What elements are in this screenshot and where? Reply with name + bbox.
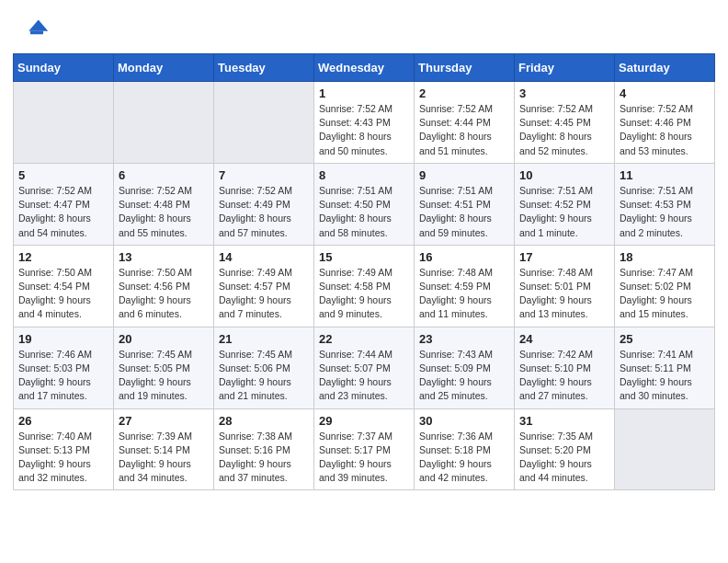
day-info: Sunrise: 7:52 AMSunset: 4:49 PMDaylight:… [219, 184, 309, 240]
day-of-week-friday: Friday [515, 54, 615, 82]
calendar-cell [14, 82, 114, 164]
calendar-cell: 27Sunrise: 7:39 AMSunset: 5:14 PMDayligh… [114, 408, 214, 490]
calendar-body: 1Sunrise: 7:52 AMSunset: 4:43 PMDaylight… [14, 82, 715, 490]
day-number: 25 [620, 332, 710, 346]
svg-marker-0 [28, 20, 48, 31]
day-info: Sunrise: 7:49 AMSunset: 4:57 PMDaylight:… [219, 266, 309, 322]
day-info: Sunrise: 7:35 AMSunset: 5:20 PMDaylight:… [519, 430, 609, 486]
day-number: 20 [119, 332, 209, 346]
day-number: 21 [219, 332, 309, 346]
day-info: Sunrise: 7:49 AMSunset: 4:58 PMDaylight:… [319, 266, 409, 322]
day-of-week-sunday: Sunday [14, 54, 114, 82]
day-of-week-thursday: Thursday [415, 54, 515, 82]
day-number: 10 [519, 168, 609, 182]
day-number: 22 [319, 332, 409, 346]
calendar-cell: 30Sunrise: 7:36 AMSunset: 5:18 PMDayligh… [415, 408, 515, 490]
day-number: 6 [119, 168, 209, 182]
calendar-table: SundayMondayTuesdayWednesdayThursdayFrid… [13, 53, 715, 490]
calendar-cell: 4Sunrise: 7:52 AMSunset: 4:46 PMDaylight… [615, 82, 715, 164]
header [0, 0, 728, 53]
day-number: 26 [18, 414, 108, 428]
calendar-cell: 16Sunrise: 7:48 AMSunset: 4:59 PMDayligh… [415, 245, 515, 327]
week-row-1: 1Sunrise: 7:52 AMSunset: 4:43 PMDaylight… [14, 82, 715, 164]
day-info: Sunrise: 7:52 AMSunset: 4:46 PMDaylight:… [620, 102, 710, 158]
logo [22, 17, 50, 46]
day-info: Sunrise: 7:51 AMSunset: 4:50 PMDaylight:… [319, 184, 409, 240]
day-info: Sunrise: 7:48 AMSunset: 4:59 PMDaylight:… [419, 266, 509, 322]
day-info: Sunrise: 7:44 AMSunset: 5:07 PMDaylight:… [319, 348, 409, 404]
day-info: Sunrise: 7:52 AMSunset: 4:43 PMDaylight:… [319, 102, 409, 158]
day-number: 28 [219, 414, 309, 428]
day-info: Sunrise: 7:51 AMSunset: 4:51 PMDaylight:… [419, 184, 509, 240]
calendar-cell: 9Sunrise: 7:51 AMSunset: 4:51 PMDaylight… [415, 163, 515, 245]
day-info: Sunrise: 7:52 AMSunset: 4:45 PMDaylight:… [519, 102, 609, 158]
calendar-cell: 31Sunrise: 7:35 AMSunset: 5:20 PMDayligh… [515, 408, 615, 490]
calendar-cell [615, 408, 715, 490]
week-row-3: 12Sunrise: 7:50 AMSunset: 4:54 PMDayligh… [14, 245, 715, 327]
calendar-cell: 12Sunrise: 7:50 AMSunset: 4:54 PMDayligh… [14, 245, 114, 327]
calendar-cell: 15Sunrise: 7:49 AMSunset: 4:58 PMDayligh… [314, 245, 415, 327]
week-row-5: 26Sunrise: 7:40 AMSunset: 5:13 PMDayligh… [14, 408, 715, 490]
day-number: 7 [219, 168, 309, 182]
calendar-cell [214, 82, 314, 164]
day-number: 13 [119, 250, 209, 264]
calendar-cell: 23Sunrise: 7:43 AMSunset: 5:09 PMDayligh… [415, 327, 515, 408]
day-number: 12 [18, 250, 108, 264]
day-info: Sunrise: 7:52 AMSunset: 4:47 PMDaylight:… [18, 184, 108, 240]
calendar-cell: 2Sunrise: 7:52 AMSunset: 4:44 PMDaylight… [415, 82, 515, 164]
calendar-cell: 20Sunrise: 7:45 AMSunset: 5:05 PMDayligh… [114, 327, 214, 408]
day-info: Sunrise: 7:48 AMSunset: 5:01 PMDaylight:… [519, 266, 609, 322]
calendar-cell: 13Sunrise: 7:50 AMSunset: 4:56 PMDayligh… [114, 245, 214, 327]
days-of-week-row: SundayMondayTuesdayWednesdayThursdayFrid… [14, 54, 715, 82]
day-info: Sunrise: 7:40 AMSunset: 5:13 PMDaylight:… [18, 430, 108, 486]
calendar-cell: 11Sunrise: 7:51 AMSunset: 4:53 PMDayligh… [615, 163, 715, 245]
calendar-cell: 25Sunrise: 7:41 AMSunset: 5:11 PMDayligh… [615, 327, 715, 408]
calendar-cell: 10Sunrise: 7:51 AMSunset: 4:52 PMDayligh… [515, 163, 615, 245]
day-number: 3 [519, 86, 609, 100]
day-info: Sunrise: 7:39 AMSunset: 5:14 PMDaylight:… [119, 430, 209, 486]
day-number: 29 [319, 414, 409, 428]
day-number: 8 [319, 168, 409, 182]
calendar-header: SundayMondayTuesdayWednesdayThursdayFrid… [14, 54, 715, 82]
day-number: 9 [419, 168, 509, 182]
day-info: Sunrise: 7:45 AMSunset: 5:05 PMDaylight:… [119, 348, 209, 404]
calendar-cell: 22Sunrise: 7:44 AMSunset: 5:07 PMDayligh… [314, 327, 415, 408]
day-number: 4 [620, 86, 710, 100]
day-number: 24 [519, 332, 609, 346]
day-of-week-wednesday: Wednesday [314, 54, 415, 82]
calendar-cell: 28Sunrise: 7:38 AMSunset: 5:16 PMDayligh… [214, 408, 314, 490]
calendar-cell: 26Sunrise: 7:40 AMSunset: 5:13 PMDayligh… [14, 408, 114, 490]
day-info: Sunrise: 7:42 AMSunset: 5:10 PMDaylight:… [519, 348, 609, 404]
calendar-cell: 6Sunrise: 7:52 AMSunset: 4:48 PMDaylight… [114, 163, 214, 245]
calendar-cell: 8Sunrise: 7:51 AMSunset: 4:50 PMDaylight… [314, 163, 415, 245]
day-info: Sunrise: 7:50 AMSunset: 4:54 PMDaylight:… [18, 266, 108, 322]
calendar-cell [114, 82, 214, 164]
day-number: 27 [119, 414, 209, 428]
day-info: Sunrise: 7:51 AMSunset: 4:52 PMDaylight:… [519, 184, 609, 240]
week-row-2: 5Sunrise: 7:52 AMSunset: 4:47 PMDaylight… [14, 163, 715, 245]
calendar-cell: 24Sunrise: 7:42 AMSunset: 5:10 PMDayligh… [515, 327, 615, 408]
day-number: 14 [219, 250, 309, 264]
day-number: 17 [519, 250, 609, 264]
day-info: Sunrise: 7:51 AMSunset: 4:53 PMDaylight:… [620, 184, 710, 240]
day-info: Sunrise: 7:45 AMSunset: 5:06 PMDaylight:… [219, 348, 309, 404]
day-number: 16 [419, 250, 509, 264]
day-number: 23 [419, 332, 509, 346]
day-info: Sunrise: 7:52 AMSunset: 4:48 PMDaylight:… [119, 184, 209, 240]
day-of-week-tuesday: Tuesday [214, 54, 314, 82]
day-number: 2 [419, 86, 509, 100]
page: SundayMondayTuesdayWednesdayThursdayFrid… [0, 0, 728, 563]
calendar-cell: 5Sunrise: 7:52 AMSunset: 4:47 PMDaylight… [14, 163, 114, 245]
calendar-cell: 7Sunrise: 7:52 AMSunset: 4:49 PMDaylight… [214, 163, 314, 245]
day-number: 5 [18, 168, 108, 182]
day-info: Sunrise: 7:50 AMSunset: 4:56 PMDaylight:… [119, 266, 209, 322]
calendar-cell: 19Sunrise: 7:46 AMSunset: 5:03 PMDayligh… [14, 327, 114, 408]
day-info: Sunrise: 7:37 AMSunset: 5:17 PMDaylight:… [319, 430, 409, 486]
day-number: 1 [319, 86, 409, 100]
day-info: Sunrise: 7:52 AMSunset: 4:44 PMDaylight:… [419, 102, 509, 158]
svg-rect-1 [30, 31, 43, 35]
calendar-cell: 17Sunrise: 7:48 AMSunset: 5:01 PMDayligh… [515, 245, 615, 327]
day-info: Sunrise: 7:38 AMSunset: 5:16 PMDaylight:… [219, 430, 309, 486]
calendar-cell: 18Sunrise: 7:47 AMSunset: 5:02 PMDayligh… [615, 245, 715, 327]
logo-icon [24, 17, 50, 42]
